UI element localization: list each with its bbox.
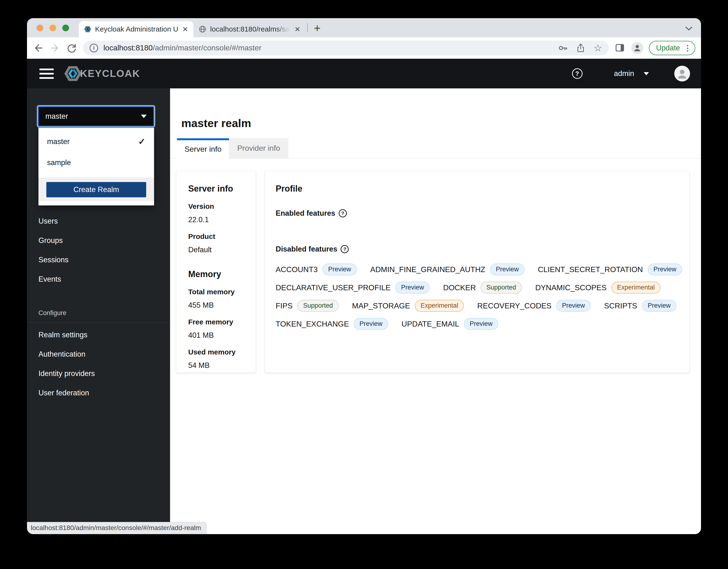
- field-label: Version: [188, 202, 248, 211]
- tab-title: localhost:8180/realms/sample/: [210, 25, 291, 33]
- sidebar-divider: [27, 322, 170, 323]
- back-icon[interactable]: [33, 43, 44, 54]
- minimize-window-button[interactable]: [49, 25, 56, 31]
- feature-name: RECOVERY_CODES: [477, 301, 551, 310]
- memory-fields: Total memory 455 MB Free memory 401 MB U…: [188, 288, 248, 370]
- sidebar-item[interactable]: Identity providers: [27, 364, 170, 383]
- create-realm-button[interactable]: Create Realm: [46, 182, 146, 197]
- feature-badge: Preview: [322, 263, 357, 275]
- forward-icon[interactable]: [49, 43, 60, 54]
- chrome-update-button[interactable]: Update ⋮: [649, 41, 695, 55]
- sidebar-item[interactable]: Sessions: [27, 250, 170, 269]
- site-info-icon[interactable]: i: [90, 44, 98, 52]
- profile-card: Profile Enabled features ? Disabled feat…: [265, 171, 689, 373]
- password-key-icon[interactable]: [558, 43, 568, 53]
- feature-name: ADMIN_FINE_GRAINED_AUTHZ: [370, 265, 485, 274]
- tab-provider-info[interactable]: Provider info: [229, 138, 288, 158]
- side-panel-icon[interactable]: [615, 43, 626, 54]
- sidebar: master master ✓ sample Create Realm: [27, 88, 170, 534]
- feature-badge: Preview: [642, 300, 676, 312]
- share-icon[interactable]: [576, 43, 585, 53]
- browser-toolbar: i localhost:8180/admin/master/console/#/…: [27, 37, 701, 59]
- tab-server-info[interactable]: Server info: [177, 138, 229, 158]
- feature-name: ACCOUNT3: [276, 265, 318, 274]
- page-title: master realm: [181, 117, 690, 130]
- feature-item: MAP_STORAGE Experimental: [352, 300, 464, 312]
- update-label: Update: [656, 44, 680, 52]
- sidebar-item[interactable]: Events: [27, 269, 170, 289]
- feature-badge: Supported: [297, 300, 339, 312]
- bookmark-star-icon[interactable]: ☆: [594, 43, 602, 53]
- realm-menu-footer: Create Realm: [38, 178, 154, 201]
- user-avatar[interactable]: [674, 66, 690, 81]
- close-icon[interactable]: ✕: [182, 25, 188, 33]
- feature-name: UPDATE_EMAIL: [401, 320, 459, 328]
- help-icon[interactable]: ?: [572, 68, 583, 79]
- browser-window: Keycloak Administration UI ✕ localhost:8…: [27, 18, 701, 534]
- field-label: Used memory: [188, 348, 248, 356]
- tab-label: Provider info: [237, 144, 280, 153]
- new-tab-button[interactable]: +: [311, 22, 323, 34]
- close-window-button[interactable]: [37, 25, 43, 31]
- kebab-menu-icon[interactable]: ⋮: [684, 43, 691, 53]
- reload-icon[interactable]: [66, 43, 77, 54]
- user-menu-label[interactable]: admin: [614, 69, 634, 78]
- sidebar-item[interactable]: Realm settings: [27, 325, 170, 344]
- tab-separator: [307, 23, 308, 32]
- realm-option-label: sample: [47, 158, 71, 167]
- tab-title: Keycloak Administration UI: [95, 25, 179, 33]
- sidebar-item[interactable]: Authentication: [27, 344, 170, 364]
- keycloak-masthead: KEYCLOAK ? admin: [27, 59, 701, 88]
- feature-badge: Preview: [648, 263, 682, 275]
- profile-heading: Profile: [276, 183, 675, 194]
- url-host: localhost:8180: [103, 43, 153, 52]
- feature-name: TOKEN_EXCHANGE: [276, 320, 349, 328]
- feature-item: UPDATE_EMAIL Preview: [401, 318, 498, 330]
- feature-name: CLIENT_SECRET_ROTATION: [538, 265, 643, 274]
- sidebar-item[interactable]: User federation: [27, 383, 170, 403]
- feature-name: SCRIPTS: [604, 301, 637, 310]
- help-question-icon[interactable]: ?: [339, 209, 347, 217]
- browser-profile-avatar[interactable]: [631, 42, 643, 54]
- sidebar-item[interactable]: Users: [27, 211, 170, 231]
- window-controls: [37, 25, 69, 31]
- feature-badge: Experimental: [611, 282, 661, 294]
- nav-toggle-hamburger-icon[interactable]: [39, 69, 54, 79]
- keycloak-logo[interactable]: KEYCLOAK: [64, 66, 140, 81]
- brand-wordmark: KEYCLOAK: [80, 68, 140, 79]
- browser-tab-keycloak[interactable]: Keycloak Administration UI ✕: [79, 21, 193, 37]
- keycloak-favicon-icon: [84, 26, 91, 33]
- feature-badge: Supported: [481, 282, 522, 294]
- chevron-down-icon[interactable]: [644, 72, 649, 75]
- sidebar-item[interactable]: Groups: [27, 231, 170, 250]
- server-info-card: Server info Version 22.0.1 Product Defau…: [176, 171, 256, 373]
- feature-name: DECLARATIVE_USER_PROFILE: [276, 283, 391, 292]
- feature-item: DOCKER Supported: [443, 282, 522, 294]
- feature-item: FIPS Supported: [276, 300, 339, 312]
- field-value: 22.0.1: [188, 215, 248, 224]
- field-value: 401 MB: [188, 331, 248, 340]
- realm-option-sample[interactable]: sample: [38, 152, 154, 173]
- realm-option-label: master: [47, 137, 70, 146]
- field-label: Product: [188, 232, 248, 241]
- realm-tabs: Server info Provider info: [170, 138, 701, 158]
- realm-selector-toggle[interactable]: master: [38, 106, 154, 126]
- browser-tab-sample[interactable]: localhost:8180/realms/sample/ ✕: [193, 21, 306, 37]
- feature-badge: Preview: [464, 318, 498, 330]
- feature-item: DYNAMIC_SCOPES Experimental: [535, 282, 660, 294]
- tab-label: Server info: [185, 145, 222, 154]
- field-label: Total memory: [188, 288, 248, 296]
- feature-name: MAP_STORAGE: [352, 301, 410, 310]
- feature-badge: Preview: [556, 300, 591, 312]
- address-bar[interactable]: i localhost:8180/admin/master/console/#/…: [83, 41, 609, 55]
- tab-list-chevron-down-icon[interactable]: [685, 26, 693, 31]
- zoom-window-button[interactable]: [62, 25, 69, 31]
- help-question-icon[interactable]: ?: [341, 245, 349, 253]
- keycloak-admin-page: KEYCLOAK ? admin master: [27, 59, 701, 534]
- realm-option-master[interactable]: master ✓: [38, 131, 154, 152]
- main-content: master realm Server info Provider info S…: [170, 88, 701, 534]
- realm-dropdown-menu: master ✓ sample Create Realm: [38, 128, 154, 205]
- feature-item: ADMIN_FINE_GRAINED_AUTHZ Preview: [370, 263, 525, 275]
- close-icon[interactable]: ✕: [294, 25, 300, 33]
- memory-heading: Memory: [188, 269, 248, 279]
